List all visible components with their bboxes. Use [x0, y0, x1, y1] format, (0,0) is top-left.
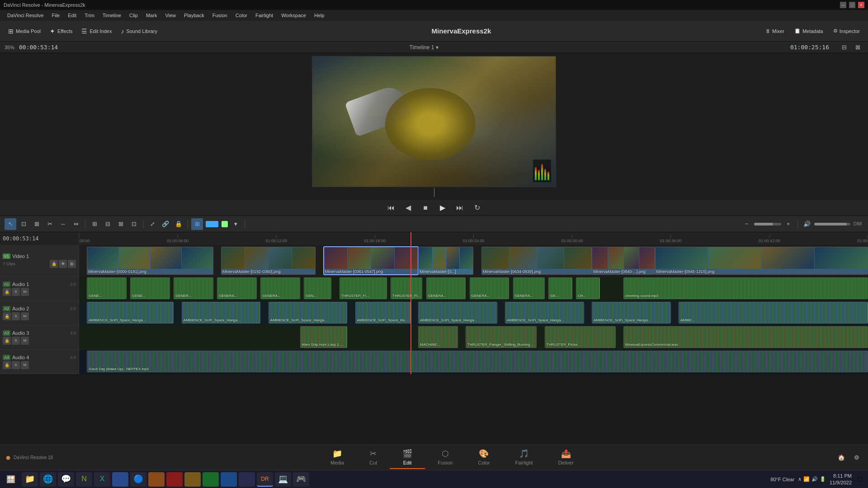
audio-clip-a1c14[interactable]: cheering-sound.mp3 [623, 277, 868, 299]
menu-edit[interactable]: Edit [64, 12, 80, 19]
taskbar-excel[interactable]: X [94, 472, 110, 487]
color-flag-1[interactable] [206, 221, 218, 227]
maximize-button[interactable]: □ [849, 2, 855, 8]
notification-button[interactable]: □ [855, 472, 864, 487]
dynamic-trim-button[interactable]: ⊠ [31, 218, 42, 230]
zoom-level[interactable]: 35% [5, 45, 14, 50]
audio-clip-a1c9[interactable]: GENERA... [426, 277, 466, 299]
audio-clip-a4c1[interactable]: Good Day (Wake Up) - NEFFEX.mp3 [87, 351, 868, 372]
video-clip-v7[interactable]: MinervaMaster-[0945-1315].png [655, 247, 868, 275]
taskbar-red[interactable] [166, 472, 183, 487]
a2-solo-button[interactable]: S [12, 312, 20, 320]
skip-to-end-button[interactable]: ⏭ [453, 202, 466, 214]
blade-tool-button[interactable]: ✂ [44, 218, 56, 230]
audio-clip-a2c3[interactable]: AMBIENCE_SciFi_Space_Hanga... [269, 302, 348, 324]
taskbar-orange2[interactable] [184, 472, 201, 487]
nav-cut[interactable]: ✂ Cut [357, 446, 390, 469]
taskbar-orange[interactable] [148, 472, 165, 487]
loop-button[interactable]: ↻ [471, 202, 483, 214]
audio-clip-a3c1[interactable]: Alien Ship Hum Loop 1.wav [300, 326, 348, 348]
menu-playback[interactable]: Playback [180, 12, 208, 19]
taskbar-green[interactable] [203, 472, 219, 487]
video-clip-v6[interactable]: MinervaMaster-[0840-...].png [592, 247, 655, 275]
sound-library-button[interactable]: ♪ Sound Library [117, 26, 161, 37]
taskbar-discord[interactable]: 💬 [58, 472, 74, 487]
audio-clip-a1c1[interactable]: GENE... [87, 277, 126, 299]
taskbar-sound-icon[interactable]: 🔊 [811, 476, 818, 482]
taskbar-game[interactable]: 🎮 [293, 472, 309, 487]
full-screen-btn[interactable]: ⊠ [852, 42, 863, 53]
zoom-out-button[interactable]: − [741, 218, 753, 230]
snap-button[interactable]: ⊞ [191, 218, 203, 230]
a2-mute-button[interactable]: M [21, 312, 29, 320]
insert-button[interactable]: ⊞ [89, 218, 100, 230]
metadata-button[interactable]: 📋 Metadata [791, 27, 827, 35]
fit-to-fill-button[interactable]: ⊡ [128, 218, 140, 230]
start-button[interactable]: 🪟 [4, 472, 18, 487]
replace-button[interactable]: ⊠ [115, 218, 127, 230]
volume-slider[interactable] [814, 223, 850, 225]
video-clip-v4[interactable]: MinervaMaster-[0...] [418, 247, 473, 275]
v1-eye-button[interactable]: 👁 [59, 260, 67, 268]
nav-edit[interactable]: 🎬 Edit [390, 446, 425, 469]
video-clip-v3[interactable]: MinervaMaster-[0361-0547].png [324, 247, 418, 275]
warp-button[interactable]: ⤢ [146, 218, 158, 230]
timeline-name[interactable]: Timeline 1 ▾ [58, 44, 790, 51]
audio-clip-a1c4[interactable]: GENERA... [217, 277, 256, 299]
taskbar-onenote[interactable]: N [76, 472, 92, 487]
a4-solo-button[interactable]: S [12, 361, 20, 369]
select-tool-button[interactable]: ↖ [5, 218, 16, 230]
menu-clip[interactable]: Clip [126, 12, 142, 19]
a4-lock-button[interactable]: 🔒 [3, 361, 11, 369]
audio-clip-a1c8[interactable]: THRUSTER_FI... [391, 277, 422, 299]
nav-fairlight[interactable]: 🎵 Fairlight [503, 446, 546, 469]
taskbar-blender[interactable]: 🔵 [130, 472, 146, 487]
audio-clip-a1c2[interactable]: GENE... [130, 277, 170, 299]
audio-clip-a2c8[interactable]: AMBIE... [679, 302, 868, 324]
audio-clip-a1c6[interactable]: GEN... [304, 277, 331, 299]
audio-clip-a2c1[interactable]: AMBIENCE_SciFi_Space_Hanga... [87, 302, 174, 324]
skip-to-start-button[interactable]: ⏮ [385, 202, 397, 214]
a1-mute-button[interactable]: M [21, 288, 29, 296]
menu-workspace[interactable]: Workspace [278, 12, 310, 19]
a4-mute-button[interactable]: M [21, 361, 29, 369]
taskbar-resolve[interactable]: DR [257, 472, 273, 487]
minimize-button[interactable]: ─ [840, 2, 846, 8]
settings-button[interactable]: ⚙ [851, 452, 863, 464]
menu-trim[interactable]: Trim [81, 12, 98, 19]
audio-clip-a1c10[interactable]: GENERA... [470, 277, 509, 299]
video-clip-v5[interactable]: MinervaMaster-[0634-0839].png [481, 247, 592, 275]
taskbar-file-explorer[interactable]: 📁 [22, 472, 38, 487]
stop-button[interactable]: ■ [419, 202, 432, 214]
mixer-button[interactable]: 🎚 Mixer [762, 27, 788, 35]
view-mode-btn[interactable]: ⊟ [838, 42, 850, 53]
v1-link-button[interactable]: ⊞ [68, 260, 76, 268]
audio-clip-a2c5[interactable]: AMBIENCE_SciFi_Space_Hanga... [418, 302, 497, 324]
zoom-in-button[interactable]: + [783, 218, 794, 230]
v1-lock-button[interactable]: 🔒 [50, 260, 58, 268]
menu-davinci[interactable]: DaVinci Resolve [4, 12, 47, 19]
audio-clip-a3c3[interactable]: THRUSTER_Flanger_Shifting_Burning_Air_Ho… [466, 326, 537, 348]
video-clip-v1[interactable]: MinervaMaster-[0000-0191].png [87, 247, 213, 275]
menu-color[interactable]: Color [232, 12, 251, 19]
volume-button[interactable]: 🔊 [801, 218, 813, 230]
taskbar-blue2[interactable] [221, 472, 237, 487]
prev-frame-button[interactable]: ◀ [402, 202, 415, 214]
current-timecode[interactable]: 00:00:53:14 [19, 44, 58, 51]
flag-dropdown[interactable]: ▾ [230, 218, 241, 230]
slip-tool-button[interactable]: ↔ [57, 218, 69, 230]
nav-fusion[interactable]: ⬡ Fusion [425, 446, 465, 469]
inspector-button[interactable]: ⚙ Inspector [830, 27, 863, 35]
nav-deliver[interactable]: 📤 Deliver [546, 446, 586, 469]
menu-mark[interactable]: Mark [142, 12, 160, 19]
audio-clip-a1c3[interactable]: GENER... [174, 277, 213, 299]
a3-mute-button[interactable]: M [21, 337, 29, 345]
overwrite-button[interactable]: ⊟ [102, 218, 113, 230]
audio-clip-a3c5[interactable]: MinervaExpressCommercial.wav [623, 326, 868, 348]
audio-clip-a3c4[interactable]: THRUSTER_Flicke... [545, 326, 616, 348]
nav-media[interactable]: 📁 Media [318, 446, 357, 469]
menu-file[interactable]: File [48, 12, 64, 19]
lock-button[interactable]: 🔒 [173, 218, 184, 230]
video-clip-v2[interactable]: MinervaMaster-[0192-0360].png [221, 247, 316, 275]
nav-color[interactable]: 🎨 Color [465, 446, 502, 469]
